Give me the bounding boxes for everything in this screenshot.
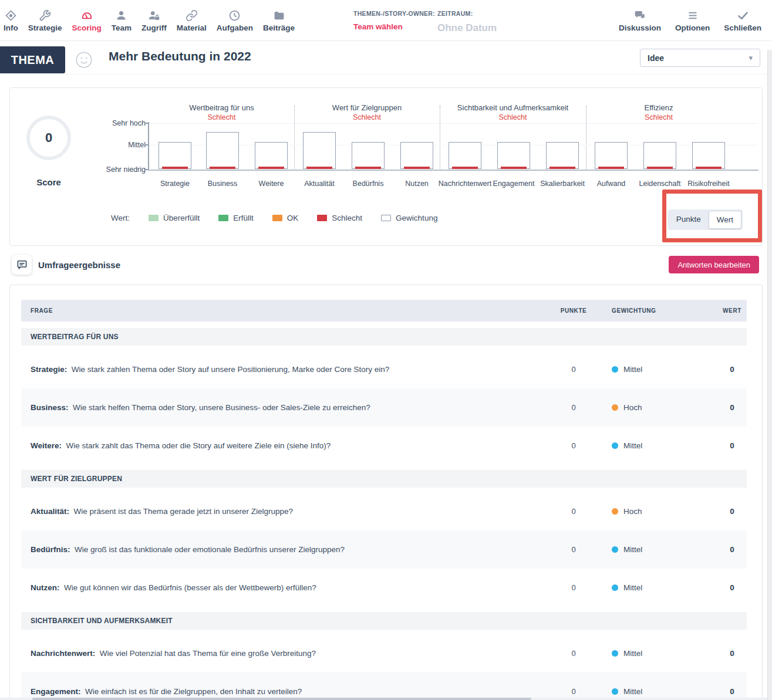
toolbar-tab-info[interactable]: Info <box>4 9 18 32</box>
horizontal-scrollbar-thumb[interactable] <box>32 698 531 700</box>
score-label: Score <box>19 177 78 187</box>
antworten-bearbeiten-button[interactable]: Antworten bearbeiten <box>669 256 759 273</box>
legend-item: Schlecht <box>317 214 362 222</box>
schliessen-button[interactable]: Schließen <box>724 9 761 32</box>
table-row[interactable]: Nutzen: Wie gut können wir das Bedürfnis… <box>21 569 747 607</box>
gewichtung-label: Mittel <box>623 441 642 450</box>
toolbar-tab-label: Scoring <box>72 23 102 32</box>
wert-value-bar <box>452 167 478 169</box>
legend-item: Erfüllt <box>218 214 254 222</box>
table-row[interactable]: Business: Wie stark helfen Thema oder St… <box>21 388 747 427</box>
legend-item: Gewichtung <box>381 214 437 222</box>
page-title: Mehr Bedeutung in 2022 <box>109 49 251 63</box>
chart-bar <box>400 142 433 169</box>
toolbar-tab-aufgaben[interactable]: Aufgaben <box>217 9 253 32</box>
row-question: Wie präsent ist das Thema gerade jetzt i… <box>74 507 293 516</box>
legend-swatch <box>149 215 159 221</box>
table-row[interactable]: Strategie: Wie stark zahlen Thema oder S… <box>21 350 747 388</box>
chart-bar <box>595 142 628 169</box>
toolbar-tab-team[interactable]: Team <box>112 9 132 32</box>
type-dropdown[interactable]: Idee ▾ <box>640 49 760 67</box>
horizontal-scrollbar[interactable] <box>0 698 772 700</box>
vertical-scrollbar[interactable] <box>767 50 772 700</box>
legend-label: Erfüllt <box>233 214 254 222</box>
toolbar-tab-beitraege[interactable]: Beiträge <box>263 9 295 32</box>
toolbar-tab-zugriff[interactable]: Zugriff <box>141 9 167 32</box>
owner-field: THEMEN-/STORY-OWNER: Team wählen <box>353 10 435 31</box>
legend-title: Wert: <box>111 214 130 222</box>
zeitraum-value[interactable]: Ohne Datum <box>437 22 497 34</box>
toolbar-actions: Diskussion Optionen Schließen <box>619 0 761 41</box>
table-row[interactable]: Weitere: Wie stark zahlt das Thema oder … <box>21 427 747 465</box>
wert-value-bar <box>549 167 575 169</box>
chart-group-header: Effizienz Schlecht <box>586 103 731 121</box>
row-label: Nachrichtenwert: <box>31 649 95 658</box>
target-icon <box>5 9 17 22</box>
table-row[interactable]: Bedürfnis: Wie groß ist das funktionale … <box>21 530 747 569</box>
row-question: Wie einfach ist es für die Zielgruppen, … <box>85 687 302 696</box>
legend-swatch <box>218 215 228 221</box>
toolbar-nav: Info Strategie Scoring Team Zugriff Mate… <box>4 0 295 41</box>
top-toolbar: Info Strategie Scoring Team Zugriff Mate… <box>0 0 772 41</box>
section-header: SICHTBARKEIT UND AUFMERKSAMKEIT <box>21 612 747 630</box>
group-status: Schlecht <box>586 113 731 121</box>
chat-bubbles-icon <box>633 9 646 22</box>
group-title: Effizienz <box>586 103 731 112</box>
chart-bar <box>352 142 385 169</box>
column-header-punkte: PUNKTE <box>541 307 606 314</box>
x-axis-baseline <box>148 170 758 171</box>
toolbar-tab-scoring[interactable]: Scoring <box>72 9 102 32</box>
gewichtung-label: Mittel <box>623 649 642 658</box>
row-label: Aktualität: <box>31 507 69 516</box>
toolbar-tab-material[interactable]: Material <box>177 9 207 32</box>
diskussion-button[interactable]: Diskussion <box>619 9 661 32</box>
wert-value-bar <box>501 167 527 169</box>
punkte-wert-toggle: Punkte Wert <box>668 209 743 230</box>
toggle-option-punkte[interactable]: Punkte <box>669 211 709 229</box>
table-row[interactable]: Aktualität: Wie präsent ist das Thema ge… <box>21 492 747 530</box>
title-row: THEMA Mehr Bedeutung in 2022 Idee ▾ <box>0 41 772 75</box>
row-punkte: 0 <box>541 403 606 412</box>
group-status: Schlecht <box>440 113 586 121</box>
toolbar-tab-label: Strategie <box>28 23 62 32</box>
chart-group-header: Wertbeitrag für uns Schlecht <box>149 103 294 121</box>
group-separator <box>440 106 440 170</box>
comment-icon-button[interactable] <box>12 255 32 275</box>
gewichtung-dot <box>612 404 618 411</box>
optionen-button[interactable]: Optionen <box>675 9 710 32</box>
row-label: Weitere: <box>31 441 62 450</box>
toolbar-tab-label: Zugriff <box>141 23 167 32</box>
column-header-frage: FRAGE <box>21 307 541 314</box>
survey-results-table: FRAGE PUNKTE GEWICHTUNG WERT WERTBEITRAG… <box>9 285 763 700</box>
column-header-gewichtung: GEWICHTUNG <box>606 307 717 314</box>
group-title: Wert für Zielgruppen <box>294 103 440 112</box>
toggle-option-wert[interactable]: Wert <box>709 211 741 229</box>
gewichtung-dot <box>612 546 618 553</box>
gewichtung-label: Mittel <box>623 583 642 592</box>
wert-value-bar <box>696 167 722 169</box>
group-title: Wertbeitrag für uns <box>149 103 294 112</box>
row-question: Wie stark zahlt das Thema oder die Story… <box>66 441 331 450</box>
scoring-chart-panel: 0 Score Wertbeitrag für uns Schlecht Wer… <box>9 87 763 246</box>
row-label: Strategie: <box>31 365 67 374</box>
category-label: Risikofreiheit <box>670 180 747 188</box>
row-question: Wie stark helfen Thema oder Story, unser… <box>73 403 370 412</box>
row-punkte: 0 <box>541 365 606 374</box>
wert-value-bar <box>162 167 188 169</box>
toolbar-tab-label: Team <box>112 23 132 32</box>
toolbar-tab-strategie[interactable]: Strategie <box>28 9 62 32</box>
toolbar-tab-label: Info <box>4 23 18 32</box>
legend-swatch <box>272 215 282 221</box>
folder-icon <box>273 9 285 22</box>
table-row[interactable]: Engagement: Wie einfach ist es für die Z… <box>21 672 747 700</box>
table-row[interactable]: Nachrichtenwert: Wie viel Potenzial hat … <box>21 634 747 672</box>
wert-value-bar <box>258 167 284 169</box>
group-separator <box>586 106 586 170</box>
section-header: WERT FÜR ZIELGRUPPEN <box>21 470 747 488</box>
column-header-wert: WERT <box>717 307 747 314</box>
y-tick-label: Sehr hoch <box>93 119 146 127</box>
smiley-icon[interactable] <box>75 51 93 69</box>
owner-value-link[interactable]: Team wählen <box>353 22 435 31</box>
chart-bar <box>643 142 676 169</box>
legend-swatch <box>317 215 327 221</box>
